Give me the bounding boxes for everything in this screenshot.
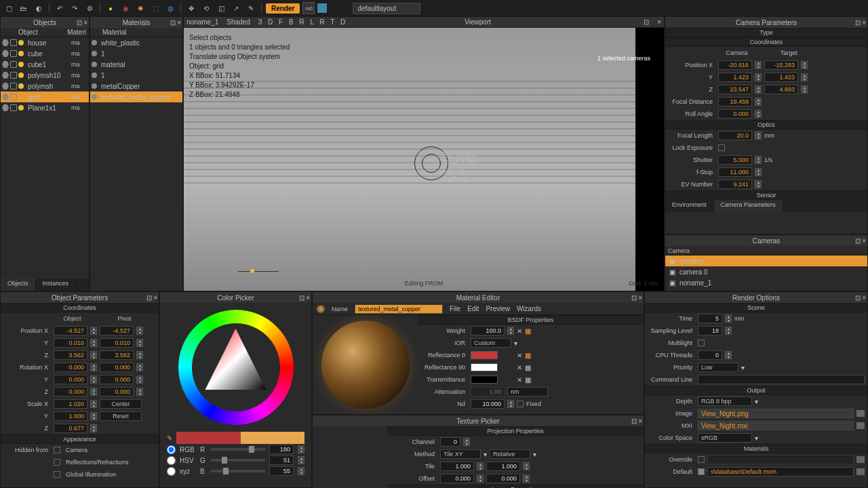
- spinner-icon[interactable]: ▴▾: [136, 351, 143, 359]
- spinner-icon[interactable]: ▴▾: [136, 375, 143, 384]
- tgt-pos-y[interactable]: [764, 73, 798, 82]
- tgt-pos-z[interactable]: [764, 85, 798, 94]
- spinner-icon[interactable]: ▴▾: [507, 327, 514, 335]
- tree-item[interactable]: polymshma: [1, 81, 89, 92]
- spinner-icon[interactable]: ▴▾: [801, 73, 808, 81]
- pin-icon[interactable]: ⊡: [644, 18, 649, 26]
- spinner-icon[interactable]: ▴▾: [90, 400, 97, 408]
- rotate-icon[interactable]: ⟲: [200, 2, 212, 14]
- pin-icon[interactable]: ⊡: [855, 237, 861, 245]
- eyedropper-icon[interactable]: ✎: [167, 434, 172, 442]
- close-icon[interactable]: ×: [153, 294, 157, 302]
- color-wheel[interactable]: [178, 310, 294, 425]
- camera-item[interactable]: ▣noname_1: [665, 277, 867, 288]
- priority-select[interactable]: Low: [698, 363, 738, 372]
- close-icon[interactable]: ×: [177, 19, 181, 26]
- spinner-icon[interactable]: ▴▾: [755, 110, 762, 118]
- objects-tab[interactable]: Objects: [1, 279, 36, 291]
- tree-item[interactable]: gridma: [1, 92, 89, 102]
- material-item[interactable]: metalCopper: [90, 81, 182, 92]
- camera-item[interactable]: ▣camera 0: [665, 266, 867, 277]
- axis-gizmo-icon[interactable]: [238, 271, 279, 272]
- chevron-down-icon[interactable]: ▾: [755, 398, 758, 405]
- image-path[interactable]: View_Night.png: [698, 409, 854, 418]
- nd-field[interactable]: [471, 399, 505, 409]
- tree-item[interactable]: cubema: [1, 48, 89, 59]
- r-value[interactable]: [269, 445, 294, 454]
- settings-icon[interactable]: ⚙: [83, 2, 96, 14]
- material-item[interactable]: material: [90, 59, 182, 70]
- piv-rot-y[interactable]: [100, 375, 134, 384]
- new-icon[interactable]: ▢: [3, 2, 15, 14]
- piv-rot-x[interactable]: [100, 363, 134, 372]
- folder-icon[interactable]: [856, 468, 865, 475]
- colorspace-select[interactable]: sRGB: [698, 433, 752, 443]
- shading-mode[interactable]: Shaded: [226, 18, 250, 26]
- spinner-icon[interactable]: ▴▾: [523, 462, 530, 470]
- piv-pos-x[interactable]: [100, 326, 134, 336]
- ior-select[interactable]: Custom: [471, 338, 511, 348]
- refl90-color[interactable]: [471, 363, 498, 371]
- piv-pos-y[interactable]: [100, 338, 134, 348]
- recent-icon[interactable]: ◐: [33, 2, 45, 14]
- spinner-icon[interactable]: ▴▾: [136, 388, 143, 396]
- viewport-3d[interactable]: Select objects 1 objects and 0 triangles…: [184, 28, 664, 291]
- pin-icon[interactable]: ⊡: [170, 19, 176, 26]
- cam-pos-x[interactable]: [718, 60, 752, 70]
- pin-icon[interactable]: ⊡: [77, 19, 82, 26]
- spinner-icon[interactable]: ▴▾: [298, 467, 304, 475]
- camera-item[interactable]: ▣noname: [665, 256, 867, 266]
- texture-icon[interactable]: ▦: [525, 364, 531, 371]
- spinner-icon[interactable]: ▴▾: [755, 85, 762, 94]
- spinner-icon[interactable]: ▴▾: [136, 327, 143, 335]
- spinner-icon[interactable]: ▴▾: [136, 339, 143, 347]
- refl0-color[interactable]: [471, 351, 498, 359]
- folder-icon[interactable]: [856, 422, 865, 429]
- scale-icon[interactable]: ◱: [215, 2, 227, 14]
- redo-icon[interactable]: ↷: [68, 2, 81, 14]
- obj-pos-x[interactable]: [54, 326, 87, 336]
- obj-scale-y[interactable]: [54, 411, 87, 421]
- material-item[interactable]: textured_metal_copper: [90, 92, 182, 102]
- spinner-icon[interactable]: ▴▾: [136, 363, 143, 371]
- tree-item[interactable]: polymsh10ma: [1, 70, 89, 81]
- close-icon[interactable]: ×: [862, 294, 866, 302]
- instances-tab[interactable]: Instances: [36, 279, 77, 291]
- link-icon[interactable]: ✕: [517, 352, 522, 359]
- pin-icon[interactable]: ⊡: [146, 294, 152, 302]
- close-icon[interactable]: ×: [638, 418, 642, 425]
- sampling-level[interactable]: [698, 326, 722, 336]
- tgt-pos-x[interactable]: [764, 60, 798, 70]
- spinner-icon[interactable]: ▴▾: [507, 400, 514, 408]
- offset-x[interactable]: [440, 474, 474, 483]
- roll-angle[interactable]: [718, 109, 752, 119]
- spinner-icon[interactable]: ▴▾: [298, 445, 304, 453]
- pin-icon[interactable]: ⊡: [855, 19, 861, 26]
- reset-button[interactable]: Reset: [100, 411, 142, 421]
- override-check[interactable]: [698, 456, 705, 463]
- environment-tab[interactable]: Environment: [665, 200, 714, 212]
- command-line[interactable]: [698, 375, 865, 384]
- obj-pos-y[interactable]: [54, 338, 87, 348]
- undo-icon[interactable]: ↶: [54, 2, 66, 14]
- hide-camera-check[interactable]: [54, 447, 60, 453]
- center-button[interactable]: Center: [100, 399, 142, 409]
- ev-number[interactable]: [718, 180, 752, 189]
- g-slider[interactable]: [211, 459, 265, 462]
- light-icon[interactable]: ●: [104, 2, 117, 14]
- lock-exposure-check[interactable]: [718, 144, 725, 151]
- chevron-down-icon[interactable]: ▾: [741, 364, 745, 371]
- cam-pos-z[interactable]: [718, 85, 752, 94]
- cpu-threads[interactable]: [698, 350, 722, 360]
- shutter[interactable]: [718, 155, 752, 165]
- spinner-icon[interactable]: ▴▾: [90, 375, 97, 384]
- close-icon[interactable]: ×: [862, 237, 866, 245]
- xyz-radio[interactable]: [167, 467, 176, 476]
- material-item[interactable]: 1: [90, 48, 182, 59]
- spinner-icon[interactable]: ▴▾: [463, 438, 470, 446]
- add-icon[interactable]: ⬚: [149, 2, 161, 14]
- pin-icon[interactable]: ⊡: [631, 418, 637, 425]
- emitter-icon[interactable]: ✺: [134, 2, 146, 14]
- obj-rot-z[interactable]: [54, 387, 87, 396]
- relative-select[interactable]: Relative: [490, 449, 530, 459]
